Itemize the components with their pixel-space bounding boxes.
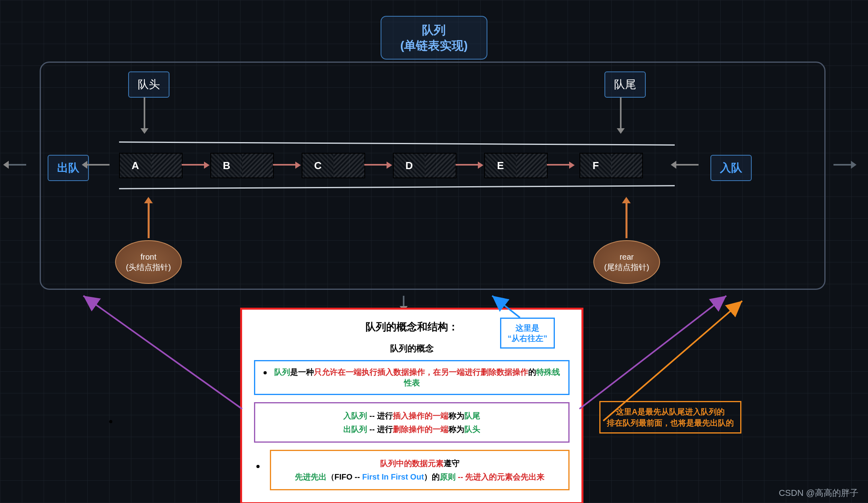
fifo-principle: 队列中的数据元素遵守 先进先出（FIFO -- First In First O… bbox=[270, 450, 570, 490]
callout-direction: 这里是 “从右往左” bbox=[500, 318, 555, 349]
node-D: D bbox=[393, 153, 456, 178]
node-value: E bbox=[485, 154, 516, 177]
link-arrow-icon bbox=[364, 163, 392, 168]
node-F: F bbox=[579, 153, 643, 178]
link-arrow-icon bbox=[456, 163, 483, 168]
tail-arrow-icon bbox=[620, 97, 622, 129]
svg-line-0 bbox=[83, 296, 242, 409]
node-pointer bbox=[425, 154, 456, 177]
concept-definition: 队列是一种只允许在一端执行插入数据操作，在另一端进行删除数据操作的特殊线性表 bbox=[254, 360, 570, 395]
enqueue-dequeue-definition: 入队列 -- 进行插入操作的一端称为队尾 出队列 -- 进行删除操作的一端称为队… bbox=[254, 402, 570, 443]
link-arrow-icon bbox=[273, 163, 301, 168]
svg-line-1 bbox=[579, 296, 726, 409]
front-label: front bbox=[140, 252, 156, 262]
front-up-arrow-icon bbox=[148, 202, 150, 238]
link-arrow-icon bbox=[182, 163, 210, 168]
callout-line: 排在队列最前面，也将是最先出队的 bbox=[607, 417, 734, 428]
node-E: E bbox=[484, 153, 548, 178]
rear-up-arrow-icon bbox=[625, 202, 627, 238]
head-arrow-icon bbox=[144, 97, 145, 129]
node-pointer bbox=[242, 154, 273, 177]
enqueue-arrow-icon bbox=[676, 164, 699, 166]
node-C: C bbox=[302, 153, 365, 178]
node-value: C bbox=[302, 154, 333, 177]
front-pointer: front (头结点指针) bbox=[115, 240, 182, 284]
outer-right-arrow-icon bbox=[833, 164, 852, 166]
node-value: D bbox=[394, 154, 425, 177]
title-line-1: 队列 bbox=[400, 22, 468, 38]
node-B: B bbox=[210, 153, 274, 178]
callout-line: 这里A是最先从队尾进入队列的 bbox=[607, 406, 734, 417]
node-pointer bbox=[151, 154, 182, 177]
callout-explain-a: 这里A是最先从队尾进入队列的 排在队列最前面，也将是最先出队的 bbox=[599, 401, 741, 434]
rear-label: rear bbox=[620, 252, 634, 262]
callout-line: “从右往左” bbox=[508, 333, 547, 343]
node-pointer bbox=[611, 154, 642, 177]
title-line-2: (单链表实现) bbox=[400, 38, 468, 53]
tail-label: 队尾 bbox=[604, 71, 646, 98]
callout-line: 这里是 bbox=[508, 323, 547, 333]
diagram-title: 队列 (单链表实现) bbox=[381, 16, 488, 60]
title-down-arrow-icon bbox=[403, 296, 404, 307]
watermark: CSDN @高高的胖子 bbox=[779, 487, 858, 499]
link-arrow-icon bbox=[547, 163, 575, 168]
outer-left-arrow-icon bbox=[8, 164, 26, 166]
node-A: A bbox=[119, 153, 183, 178]
node-pointer bbox=[333, 154, 364, 177]
node-pointer bbox=[516, 154, 547, 177]
rear-sublabel: (尾结点指针) bbox=[604, 262, 649, 272]
enqueue-label: 入队 bbox=[710, 155, 752, 181]
front-sublabel: (头结点指针) bbox=[126, 262, 171, 272]
head-label: 队头 bbox=[128, 71, 169, 98]
node-value: A bbox=[120, 154, 151, 177]
dequeue-arrow-icon bbox=[87, 164, 110, 166]
node-value: F bbox=[580, 154, 611, 177]
node-value: B bbox=[211, 154, 242, 177]
rear-pointer: rear (尾结点指针) bbox=[593, 240, 660, 284]
